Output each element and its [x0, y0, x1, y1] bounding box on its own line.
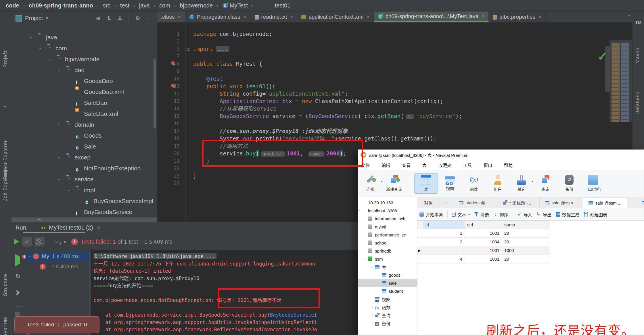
db-tree-item-information_sch[interactable]: information_sch [358, 215, 417, 223]
breadcrumb-item[interactable]: test01 [275, 2, 290, 9]
run-tab[interactable]: MyTest.test01 (2) × [41, 224, 100, 231]
chevron-icon[interactable]: › [28, 256, 32, 257]
cell[interactable]: 20 [502, 229, 549, 238]
chevron-icon[interactable]: › [38, 46, 43, 51]
cell[interactable]: 1000 [502, 246, 549, 255]
chevron-down-icon[interactable]: ▾ [468, 213, 470, 216]
editor-tab[interactable]: Cch09-spring-trans-anno\...\MyTest.java× [374, 11, 489, 22]
tree-item-java[interactable]: ›java [12, 32, 157, 43]
chevron-icon[interactable]: › [67, 188, 72, 192]
toolbar-button-新建查询[interactable]: +新建查询 [386, 175, 402, 192]
chevron-down-icon[interactable]: ▾ [381, 180, 382, 183]
db-tree-item-函数[interactable]: ›ƒx函数 [358, 303, 417, 311]
chevron-down-icon[interactable]: ▾ [532, 180, 533, 183]
tree-item-excep[interactable]: ›excep [12, 152, 157, 163]
editor-tab[interactable]: readme.txt× [251, 11, 298, 22]
stack-trace-link[interactable]: BuyGoodsServiceI [270, 312, 317, 318]
toolbar-button-连接[interactable]: +连接▾ [362, 175, 378, 192]
test-tree-row[interactable]: ! 1 s 403 ms [26, 261, 89, 272]
chevron-icon[interactable]: › [57, 122, 62, 127]
db-tree-item-school[interactable]: school [358, 239, 417, 247]
chevron-icon[interactable]: › [371, 313, 374, 317]
expand-all-icon[interactable]: ⇅ [107, 15, 112, 22]
toolbar-button-自动运行[interactable]: 自动运行 [585, 175, 601, 192]
tree-item-GoodsDao[interactable]: IGoodsDao [12, 76, 157, 86]
db-tree-item-视图[interactable]: 视图 [358, 295, 417, 303]
column-header-id[interactable]: id [423, 221, 465, 229]
tree-item-Sale[interactable]: CSale [12, 141, 157, 152]
breadcrumb-item[interactable]: src [103, 2, 110, 9]
tool-button-project[interactable]: Project [3, 50, 8, 68]
chevron-icon[interactable]: › [29, 35, 34, 40]
breadcrumb-item[interactable]: test [120, 2, 129, 9]
db-tree-item-表[interactable]: ›表 [358, 263, 417, 271]
object-tab[interactable]: goo [627, 197, 644, 208]
tool-button-job-explorer[interactable]: Job Explorer [3, 170, 8, 201]
cell[interactable]: 3 [423, 246, 465, 255]
toolbar-button-用户[interactable]: 用户 [490, 175, 506, 192]
data-toolbar-button-导出[interactable]: ↳导出 [536, 211, 551, 217]
menu-item-查看[interactable]: 查看 [402, 162, 411, 168]
tree-item-service[interactable]: ›service [12, 174, 157, 185]
db-tree-item-springdb[interactable]: springdb [358, 247, 417, 255]
gear-icon[interactable]: ⚙ [135, 15, 140, 22]
chevron-icon[interactable]: › [371, 305, 374, 309]
minimap[interactable] [610, 40, 632, 122]
test-failed-balloon[interactable]: Tests failed: 1, passed: 0 [14, 316, 99, 333]
chevron-icon[interactable]: › [358, 209, 361, 212]
db-tree-item-ssm[interactable]: ›ssm [358, 255, 417, 263]
chevron-icon[interactable]: › [371, 321, 374, 325]
db-tree-item-备份[interactable]: ›↺备份 [358, 319, 417, 327]
menu-item-表[interactable]: 表 [422, 162, 427, 168]
table-row[interactable]: ▶310011000 [417, 246, 549, 255]
editor-scrollbar[interactable] [605, 46, 610, 92]
hidden-tabs-icon[interactable]: › [627, 15, 632, 21]
menu-item-窗口[interactable]: 窗口 [484, 162, 492, 168]
menu-item-工具[interactable]: 工具 [463, 162, 472, 168]
tree-item-NotEnoughException[interactable]: CNotEnoughException [12, 163, 157, 174]
chevron-icon[interactable]: › [371, 265, 375, 269]
tree-item-dao[interactable]: ›dao [12, 65, 157, 76]
test-tree-row[interactable]: › ! My 1 s 403 ms [26, 251, 89, 261]
toolbar-button-其它[interactable]: 其它▾ [513, 175, 530, 192]
cell[interactable]: 1001 [465, 229, 502, 238]
tree-item-BuyGoodsService[interactable]: IBuyGoodsService [12, 207, 157, 217]
object-tab[interactable]: sale @ssm ... [583, 197, 627, 208]
navicat-title-bar[interactable]: sale @ssm (localhost_3306) - 表 - Navicat… [358, 150, 644, 160]
cell[interactable]: 4 [423, 255, 465, 263]
toggle-auto-test-icon[interactable]: ↻ [15, 273, 20, 280]
tree-item-domain[interactable]: ›domain [12, 119, 157, 130]
toolbar-button-表[interactable]: 表 [414, 173, 438, 194]
cell[interactable]: 1001 [465, 255, 502, 263]
db-tree-item-performance_sc[interactable]: performance_sc [358, 231, 417, 239]
run-gutter-icon[interactable] [171, 61, 176, 66]
hide-ignored-toggle[interactable]: ⃠ [35, 237, 45, 247]
db-tree-item-goods[interactable]: goods [358, 271, 417, 279]
object-tab[interactable]: sale @ssm ... [540, 197, 583, 208]
menu-item-帮助[interactable]: 帮助 [504, 162, 513, 168]
data-toolbar-button-筛选[interactable]: 筛选 [474, 211, 489, 217]
tool-button-database[interactable]: Database [635, 91, 641, 115]
data-toolbar-button-文本[interactable]: 文本▾ [452, 211, 470, 217]
chevron-icon[interactable]: › [57, 155, 62, 160]
tree-item-BuyGoodsServiceImpl[interactable]: CBuyGoodsServiceImpl [12, 196, 157, 207]
chevron-icon[interactable]: › [48, 57, 53, 61]
rerun-failed-tests-button[interactable]: 9 [15, 257, 20, 264]
tree-item-SaleDao[interactable]: ISaleDao [12, 97, 157, 108]
tree-item-GoodsDao.xml[interactable]: GoodsDao.xml [12, 86, 157, 97]
cell[interactable]: 1004 [465, 238, 502, 246]
more-actions-icon[interactable]: » [64, 238, 67, 245]
table-row[interactable]: 2100420 [417, 238, 549, 246]
tree-item-impl[interactable]: ›impl [12, 185, 157, 196]
object-tab[interactable]: * 无标题 - ... [496, 197, 540, 208]
run-gutter-icon[interactable] [171, 84, 176, 88]
breadcrumb-item[interactable]: java [139, 2, 150, 9]
hide-panel-icon[interactable]: ─ [147, 15, 150, 21]
close-icon[interactable]: × [244, 14, 246, 20]
editor-tab[interactable]: applicationContext.xml× [297, 11, 374, 22]
menu-item-编辑[interactable]: 编辑 [382, 162, 390, 168]
data-toolbar-button-开始事务[interactable]: 开始事务 [419, 211, 443, 217]
db-tree-item-mysql[interactable]: mysql [358, 223, 417, 231]
table-row[interactable]: 4100120 [417, 255, 549, 263]
sort-alpha-icon[interactable]: ↓az [55, 238, 61, 245]
